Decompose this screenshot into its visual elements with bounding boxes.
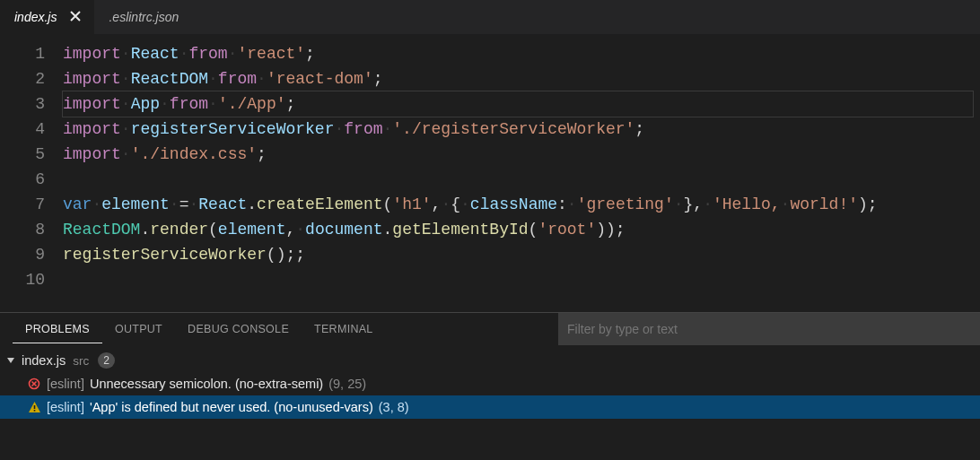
token: ; (295, 246, 305, 264)
code-line[interactable]: import·registerServiceWorker·from·'./reg… (63, 117, 980, 142)
token: ) (596, 221, 606, 239)
token: ) (606, 221, 616, 239)
line-number: 10 (0, 267, 45, 292)
close-icon[interactable] (69, 10, 82, 24)
problem-message: Unnecessary semicolon. (no-extra-semi) (90, 377, 323, 391)
code-line[interactable]: import·App·from·'./App'; (63, 91, 980, 117)
code-editor[interactable]: 12345678910 import·React·from·'react';im… (0, 34, 980, 312)
problem-row[interactable]: [eslint]Unnecessary semicolon. (no-extra… (0, 372, 980, 395)
token: · (383, 120, 393, 138)
problem-source: [eslint] (47, 400, 84, 414)
code-line[interactable]: ReactDOM.render(element,·document.getEle… (63, 217, 980, 242)
token: 'greeting' (577, 195, 674, 213)
token: from (188, 45, 227, 63)
problems-list: index.js src 2 [eslint]Unnecessary semic… (0, 345, 980, 460)
token: · (121, 145, 131, 163)
token: · (208, 95, 218, 113)
line-number: 8 (0, 217, 45, 242)
problems-filter[interactable] (558, 313, 980, 345)
token: ReactDOM (63, 221, 140, 239)
token: · (208, 70, 218, 88)
vscode-window: index.js.eslintrc.json 12345678910 impor… (0, 0, 980, 460)
problem-source: [eslint] (47, 377, 84, 391)
token: : (557, 195, 567, 213)
token: createElement (257, 195, 382, 213)
panel-tab[interactable]: PROBLEMS (13, 316, 102, 343)
token: ; (305, 45, 315, 63)
token: · (121, 120, 131, 138)
problem-row[interactable]: [eslint]'App' is defined but never used.… (0, 395, 980, 419)
chevron-down-icon[interactable] (5, 355, 16, 366)
token: ( (208, 221, 218, 239)
token: · (121, 70, 131, 88)
token: ( (529, 221, 538, 239)
problems-filter-input[interactable] (567, 322, 971, 336)
editor-tab[interactable]: index.js (0, 0, 94, 34)
line-number: 1 (0, 41, 45, 66)
code-line[interactable]: import·React·from·'react'; (63, 41, 980, 66)
bottom-panel: PROBLEMSOUTPUTDEBUG CONSOLETERMINAL inde… (0, 312, 980, 460)
token: ; (634, 120, 644, 138)
token: 'h1' (392, 195, 431, 213)
svg-rect-1 (33, 405, 35, 409)
token: · (674, 195, 684, 213)
editor-tab-label: index.js (14, 10, 57, 24)
token: . (247, 195, 257, 213)
token: React (198, 195, 247, 213)
token: · (121, 95, 131, 113)
token: · (295, 221, 305, 239)
problems-file-dir: src (73, 354, 89, 368)
panel-tab[interactable]: OUTPUT (102, 316, 175, 343)
token: registerServiceWorker (131, 120, 335, 138)
code-area[interactable]: import·React·from·'react';import·ReactDO… (63, 41, 980, 312)
token: getElementById (392, 221, 528, 239)
token: · (188, 195, 198, 213)
code-line[interactable] (63, 267, 980, 292)
token: , (432, 195, 442, 213)
token: ; (285, 246, 295, 264)
panel-header: PROBLEMSOUTPUTDEBUG CONSOLETERMINAL (0, 313, 980, 345)
token: · (160, 95, 170, 113)
panel-tab[interactable]: DEBUG CONSOLE (175, 316, 302, 343)
warning-icon (27, 400, 41, 414)
panel-tab[interactable]: TERMINAL (302, 316, 386, 343)
token: 'react-dom' (267, 70, 373, 88)
problems-file-row[interactable]: index.js src 2 (0, 349, 980, 372)
token: document (305, 221, 382, 239)
token: import (63, 120, 121, 138)
token: · (257, 70, 267, 88)
token: import (63, 70, 121, 88)
line-number: 2 (0, 66, 45, 91)
token: './index.css' (131, 145, 257, 163)
token: from (218, 70, 257, 88)
code-line[interactable]: registerServiceWorker();; (63, 242, 980, 267)
line-number: 4 (0, 117, 45, 142)
token: render (150, 221, 208, 239)
code-line[interactable]: var·element·=·React.createElement('h1',·… (63, 192, 980, 217)
line-number: 6 (0, 167, 45, 192)
code-line[interactable] (63, 167, 980, 192)
token: } (684, 195, 694, 213)
problems-count-badge: 2 (98, 352, 115, 369)
token: · (781, 195, 791, 213)
token: ReactDOM (131, 70, 208, 88)
token: , (285, 221, 295, 239)
token: registerServiceWorker (63, 246, 267, 264)
token: ; (868, 195, 878, 213)
token: . (383, 221, 393, 239)
token: · (179, 45, 189, 63)
problem-message: 'App' is defined but never used. (no-unu… (90, 400, 373, 414)
token: from (344, 120, 382, 138)
token: · (567, 195, 577, 213)
token: · (121, 45, 131, 63)
token: './registerServiceWorker' (392, 120, 634, 138)
token: ; (373, 70, 383, 88)
token: ; (286, 95, 296, 113)
code-line[interactable]: import·ReactDOM·from·'react-dom'; (63, 66, 980, 91)
token: · (170, 195, 179, 213)
editor-tab[interactable]: .eslintrc.json (94, 0, 191, 34)
token: ( (383, 195, 393, 213)
problem-location: (3, 8) (379, 400, 409, 414)
token: ) (858, 195, 868, 213)
code-line[interactable]: import·'./index.css'; (63, 142, 980, 167)
